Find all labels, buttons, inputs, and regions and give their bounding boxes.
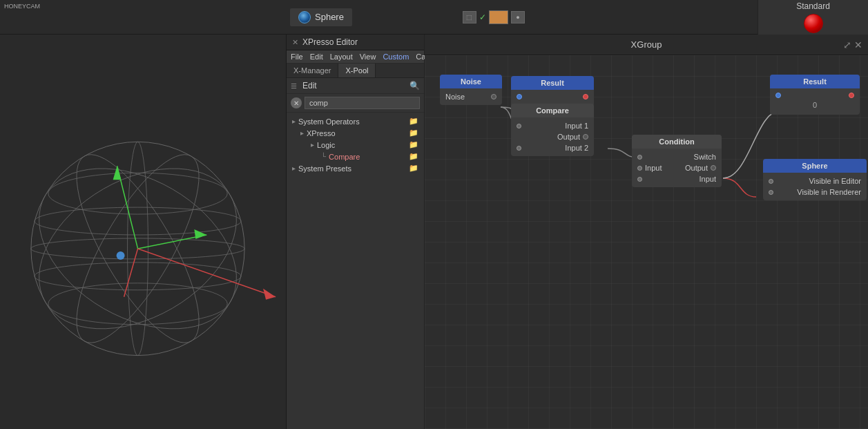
noise-label: Noise (445, 93, 465, 101)
connections-svg (425, 76, 868, 429)
result-top-output-port (583, 94, 588, 99)
noise-body: Noise (440, 88, 502, 105)
tree-item-xpresso[interactable]: ▸ XPresso 📁 (287, 127, 424, 139)
comp-search-input[interactable] (305, 97, 420, 109)
condition-input2-row: Input (632, 173, 722, 184)
condition-body: Switch Input Output Input (632, 149, 722, 187)
render-icon[interactable] (489, 10, 508, 24)
standard-material-sphere (804, 14, 823, 33)
tree-logic-label: Logic (317, 141, 335, 149)
sphere-node-header: Sphere (763, 159, 867, 173)
sphere-visible-renderer-port (769, 190, 773, 195)
node-sphere[interactable]: Sphere Visible in Editor Visible in Rend… (763, 159, 867, 200)
condition-switch-port (637, 155, 642, 160)
condition-output-label: Output (685, 164, 708, 172)
compare-input1-port (517, 124, 521, 128)
noise-output-port (491, 94, 496, 99)
search-icon[interactable]: 🔍 (409, 81, 420, 90)
tree-item-compare[interactable]: └ Compare 📁 (287, 151, 424, 162)
xpresso-menu-bar: File Edit Layout View Custom Calculate (287, 50, 424, 64)
condition-header: Condition (632, 135, 722, 149)
condition-switch-row: Switch (632, 151, 722, 162)
menu-icon: ☰ (291, 82, 297, 90)
compare-output-label: Output (557, 133, 580, 141)
noise-header: Noise (440, 75, 502, 88)
condition-input1-port (637, 166, 642, 171)
standard-panel: Standard (758, 0, 868, 35)
node-graph-header: XGroup ⤢ ✕ (425, 35, 868, 55)
arrow-compare-icon: └ (321, 153, 326, 160)
node-result-right[interactable]: Result 0 (770, 75, 860, 115)
viewport-3d[interactable] (0, 35, 287, 429)
result-right-output-port (849, 93, 854, 98)
edit-label[interactable]: Edit (302, 81, 317, 90)
folder-compare-icon: 📁 (409, 152, 418, 161)
sphere-node-body: Visible in Editor Visible in Renderer (763, 173, 867, 200)
compare-output-row: Output (511, 131, 594, 142)
tree-item-system-operators[interactable]: ▸ System Operators 📁 (287, 115, 424, 127)
node-graph-area[interactable]: XGroup ⤢ ✕ Result (425, 35, 868, 429)
folder-logic-icon: 📁 (409, 140, 418, 149)
menu-custom[interactable]: Custom (383, 53, 409, 61)
compare-input2-port (517, 146, 521, 151)
expand-icon[interactable]: ⤢ (843, 39, 851, 50)
sphere-tab[interactable]: Sphere (290, 8, 352, 26)
edit-search-bar: ☰ Edit 🔍 (287, 78, 424, 94)
tree-item-system-presets[interactable]: ▸ System Presets 📁 (287, 162, 424, 174)
tab-x-pool[interactable]: X-Pool (338, 64, 376, 77)
compare-input1-label: Input 1 (565, 122, 588, 130)
result-top-input-port (517, 94, 522, 99)
compare-body: Input 1 Output Input 2 (511, 117, 594, 156)
result-right-header: Result (770, 75, 860, 88)
result-top-port-row (511, 93, 594, 101)
expand-icon-logic: ▸ (311, 141, 314, 149)
result-top-header: Result (511, 76, 594, 90)
compare-input2-label: Input 2 (565, 144, 588, 152)
result-right-input-port (775, 93, 781, 98)
sphere-tab-label: Sphere (315, 12, 344, 22)
tree-item-logic[interactable]: ▸ Logic 📁 (287, 139, 424, 151)
tree-compare-label: Compare (329, 153, 360, 161)
menu-view[interactable]: View (360, 53, 376, 61)
dot-icon[interactable]: ● (511, 11, 525, 23)
xpool-tree: ▸ System Operators 📁 ▸ XPresso 📁 ▸ Logic… (287, 113, 424, 429)
tree-item-label: System Operators (298, 117, 360, 126)
condition-input1-label: Input (645, 164, 662, 172)
comp-search-row: ✕ (287, 94, 424, 113)
graph-canvas[interactable]: Result 0.318 Noise Noise (425, 55, 868, 429)
result-right-body: 0 (770, 88, 860, 115)
compare-header: Compare (511, 104, 594, 117)
xpresso-panel: ✕ XPresso Editor File Edit Layout View C… (287, 35, 425, 429)
render-region-icon[interactable]: ⬚ (463, 11, 476, 23)
graph-header-icons: ⤢ ✕ (843, 39, 862, 50)
node-noise[interactable]: Noise Noise (440, 75, 502, 105)
tab-x-manager[interactable]: X-Manager (287, 64, 338, 77)
sphere-port2-row: Visible in Renderer (763, 187, 867, 198)
folder-icon: 📁 (409, 117, 418, 126)
xpresso-title: XPresso Editor (302, 37, 358, 47)
menu-file[interactable]: File (291, 53, 303, 61)
result-right-port-row (770, 91, 860, 99)
condition-switch-label: Switch (694, 153, 716, 161)
collapse-icon[interactable]: ✕ (854, 39, 862, 50)
xgroup-title: XGroup (631, 39, 662, 50)
honeycam-label: HONEYCAM (4, 3, 40, 10)
xpresso-tabs: X-Manager X-Pool (287, 64, 424, 78)
compare-input2-row: Input 2 (511, 142, 594, 153)
sphere-visible-renderer-label: Visible in Renderer (797, 188, 861, 196)
node-compare[interactable]: Compare Input 1 Output Input 2 (511, 104, 594, 156)
expand-icon-presets: ▸ (292, 164, 296, 172)
expand-icon: ▸ (292, 117, 296, 125)
top-bar: HONEYCAM Sphere ⬚ ✓ ● Standard (0, 0, 868, 35)
compare-output-port (583, 134, 588, 140)
top-icons-group: ⬚ ✓ ● (463, 10, 525, 24)
menu-layout[interactable]: Layout (330, 53, 353, 61)
sphere-visible-editor-label: Visible in Editor (809, 177, 861, 185)
main-content: ✕ XPresso Editor File Edit Layout View C… (0, 35, 868, 429)
condition-input2-label: Input (700, 175, 716, 183)
close-xpresso-button[interactable]: ✕ (292, 38, 298, 47)
menu-edit[interactable]: Edit (310, 53, 323, 61)
node-condition[interactable]: Condition Switch Input Output (632, 135, 722, 187)
result-right-value: 0 (770, 99, 860, 112)
clear-search-button[interactable]: ✕ (291, 97, 302, 108)
